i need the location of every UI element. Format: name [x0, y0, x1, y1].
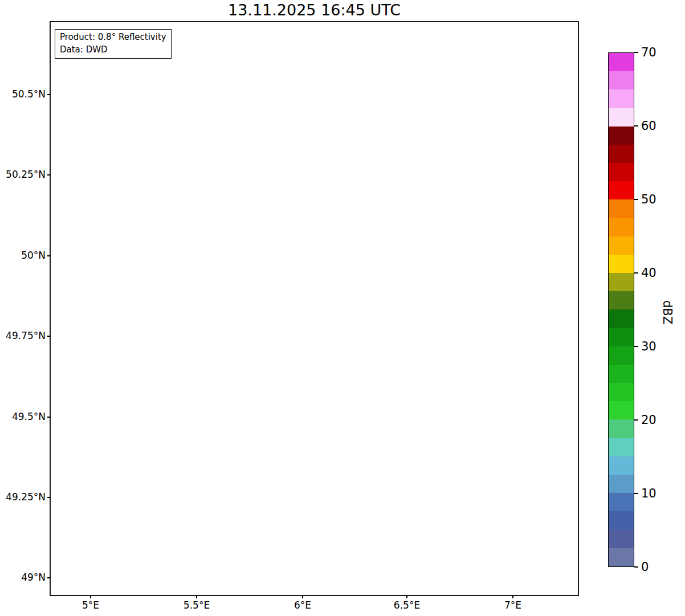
y-tick-mark	[47, 174, 50, 176]
colorbar-tick-mark	[634, 346, 638, 347]
colorbar-band	[609, 89, 634, 108]
colorbar-band	[609, 548, 634, 566]
x-tick-mark	[512, 595, 513, 598]
y-tick-mark	[47, 417, 50, 418]
colorbar-band	[609, 181, 634, 199]
colorbar-band	[609, 236, 634, 255]
product-line: Product: 0.8° Reflectivity	[60, 31, 166, 43]
colorbar-tick-label: 40	[641, 266, 657, 280]
y-tick-label: 49.25°N	[0, 491, 46, 503]
y-tick-label: 50.5°N	[0, 88, 46, 100]
colorbar-band	[609, 328, 634, 346]
y-tick-label: 50.25°N	[0, 169, 46, 180]
colorbar-axis-label: dBZ	[660, 300, 674, 325]
colorbar-band	[609, 218, 634, 236]
colorbar-band	[609, 493, 634, 511]
colorbar-band	[609, 255, 634, 273]
y-tick-label: 49.5°N	[0, 411, 46, 422]
plot-frame	[50, 22, 578, 595]
colorbar-tick-mark	[634, 199, 638, 200]
colorbar-band	[609, 108, 634, 127]
y-tick-label: 49.75°N	[0, 330, 46, 341]
colorbar-band	[609, 309, 634, 328]
map-svg	[0, 0, 685, 616]
colorbar-band	[609, 529, 634, 548]
x-tick-mark	[406, 595, 407, 598]
y-tick-mark	[47, 577, 50, 578]
colorbar-band	[609, 127, 634, 145]
x-tick-mark	[90, 595, 91, 598]
colorbar-tick-label: 20	[641, 413, 657, 427]
colorbar	[608, 52, 634, 567]
colorbar-band	[609, 365, 634, 383]
colorbar-tick-label: 50	[641, 193, 657, 206]
colorbar-tick-mark	[634, 125, 638, 127]
data-source-line: Data: DWD	[60, 43, 166, 56]
colorbar-band	[609, 511, 634, 529]
colorbar-band	[609, 71, 634, 89]
colorbar-band	[609, 163, 634, 181]
radar-map-figure: 13.11.2025 16:45 UTC Product: 0.8° Refle…	[0, 0, 685, 616]
x-tick-mark	[302, 595, 303, 598]
x-tick-label: 5.5°E	[184, 599, 210, 611]
colorbar-tick-mark	[634, 52, 638, 53]
x-tick-label: 7°E	[504, 599, 521, 611]
colorbar-band	[609, 475, 634, 493]
y-tick-mark	[47, 94, 50, 95]
y-tick-mark	[47, 255, 50, 256]
colorbar-tick-label: 60	[641, 119, 657, 133]
product-info-box: Product: 0.8° Reflectivity Data: DWD	[55, 29, 172, 59]
colorbar-band	[609, 401, 634, 419]
colorbar-band	[609, 346, 634, 365]
colorbar-band	[609, 273, 634, 291]
colorbar-tick-mark	[634, 272, 638, 274]
y-tick-mark	[47, 497, 50, 498]
y-tick-label: 50°N	[0, 250, 46, 261]
colorbar-tick-mark	[634, 493, 638, 494]
colorbar-band	[609, 291, 634, 309]
x-tick-label: 6°E	[294, 599, 311, 611]
colorbar-tick-label: 70	[641, 46, 657, 59]
colorbar-tick-mark	[634, 419, 638, 421]
colorbar-band	[609, 53, 634, 71]
colorbar-band	[609, 145, 634, 163]
colorbar-band	[609, 199, 634, 218]
y-tick-mark	[47, 336, 50, 337]
colorbar-band	[609, 383, 634, 401]
x-tick-label: 5°E	[82, 599, 99, 611]
colorbar-band	[609, 456, 634, 475]
colorbar-tick-label: 10	[641, 487, 657, 500]
x-tick-mark	[196, 595, 197, 598]
colorbar-band	[609, 419, 634, 438]
y-tick-label: 49°N	[0, 572, 46, 583]
colorbar-tick-label: 0	[641, 560, 649, 574]
colorbar-band	[609, 438, 634, 456]
colorbar-tick-label: 30	[641, 340, 657, 353]
colorbar-tick-mark	[634, 566, 638, 568]
x-tick-label: 6.5°E	[394, 599, 420, 611]
